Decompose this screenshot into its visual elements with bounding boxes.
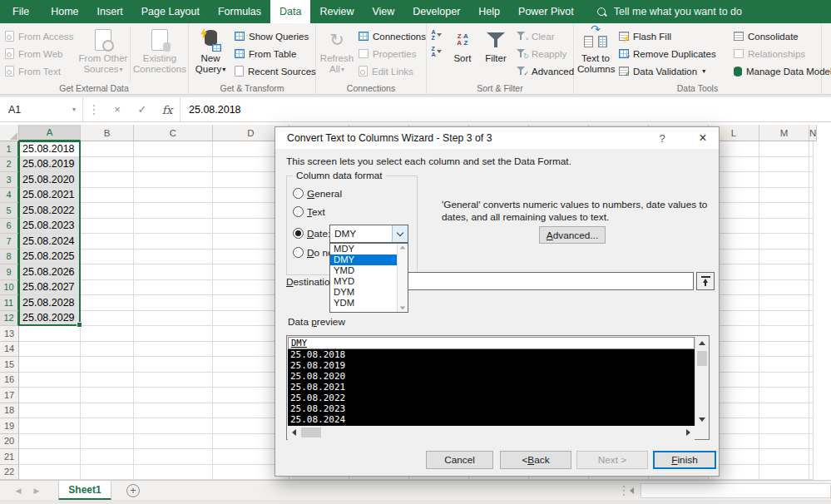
- cell-N11[interactable]: [809, 295, 814, 311]
- row-header-22[interactable]: 22: [0, 465, 19, 481]
- tab-page-layout[interactable]: Page Layout: [132, 0, 209, 23]
- enter-entry-icon[interactable]: ✓: [130, 97, 155, 121]
- cell-N13[interactable]: [809, 326, 814, 342]
- cell-M16[interactable]: [759, 373, 809, 388]
- cell-N10[interactable]: [809, 280, 814, 296]
- cell-M21[interactable]: [759, 449, 809, 465]
- cell-N14[interactable]: [809, 342, 814, 358]
- cell-B4[interactable]: [81, 188, 134, 204]
- cell-M19[interactable]: [759, 418, 809, 434]
- cell-B12[interactable]: [81, 311, 134, 327]
- row-header-7[interactable]: 7: [0, 234, 19, 250]
- cell-B1[interactable]: [81, 141, 134, 157]
- col-header-B[interactable]: B: [81, 125, 134, 141]
- connections-button[interactable]: Connections: [355, 27, 429, 45]
- scroll-up-icon[interactable]: [699, 341, 705, 345]
- tab-formulas[interactable]: Formulas: [209, 0, 270, 23]
- tab-help[interactable]: Help: [469, 0, 509, 23]
- cell-C4[interactable]: [134, 188, 213, 204]
- cell-B16[interactable]: [81, 373, 134, 388]
- row-header-2[interactable]: 2: [0, 157, 19, 173]
- advanced-button[interactable]: Advanced...: [539, 226, 606, 244]
- cell-A10[interactable]: 25.08.2027: [19, 280, 81, 296]
- row-header-5[interactable]: 5: [0, 203, 19, 219]
- cell-A13[interactable]: [19, 326, 81, 342]
- cell-B22[interactable]: [81, 465, 134, 481]
- cell-C21[interactable]: [134, 449, 213, 465]
- cell-M18[interactable]: [759, 403, 809, 419]
- finish-button[interactable]: Finish: [653, 451, 716, 469]
- advanced-filter-button[interactable]: ✓ Advanced: [513, 62, 577, 80]
- cell-N15[interactable]: [809, 357, 814, 373]
- cell-M8[interactable]: [759, 250, 809, 265]
- tab-power-pivot[interactable]: Power Pivot: [509, 0, 583, 23]
- combobox-dropdown-button[interactable]: [392, 225, 408, 242]
- cell-B8[interactable]: [81, 250, 134, 265]
- dropdown-scrollbar[interactable]: [397, 244, 408, 312]
- cell-B18[interactable]: [81, 403, 134, 419]
- select-all-corner[interactable]: [0, 125, 19, 141]
- row-header-3[interactable]: 3: [0, 172, 19, 188]
- new-query-button[interactable]: New Query▾: [191, 26, 230, 75]
- preview-vertical-scrollbar[interactable]: [695, 337, 708, 426]
- cell-B13[interactable]: [81, 326, 134, 342]
- preview-column-header[interactable]: DMY: [288, 337, 695, 349]
- row-header-14[interactable]: 14: [0, 342, 19, 358]
- back-button[interactable]: < Back: [500, 451, 571, 469]
- cell-A9[interactable]: 25.08.2026: [19, 264, 81, 280]
- cell-M13[interactable]: [759, 326, 809, 342]
- row-header-19[interactable]: 19: [0, 418, 19, 434]
- scroll-left-icon[interactable]: [292, 429, 296, 436]
- row-header-18[interactable]: 18: [0, 403, 19, 419]
- row-header-12[interactable]: 12: [0, 311, 19, 327]
- dialog-help-button[interactable]: ?: [651, 127, 673, 149]
- cell-C14[interactable]: [134, 342, 213, 358]
- cell-B9[interactable]: [81, 264, 134, 280]
- cell-N9[interactable]: [809, 264, 814, 280]
- cell-M4[interactable]: [759, 188, 809, 204]
- cell-N12[interactable]: [809, 311, 814, 327]
- text-to-columns-button[interactable]: ↷ Text to Columns: [577, 26, 614, 75]
- cell-M11[interactable]: [759, 295, 809, 311]
- cell-A8[interactable]: 25.08.2025: [19, 250, 81, 265]
- date-format-combobox[interactable]: DMY: [329, 225, 408, 243]
- cell-N6[interactable]: [809, 219, 814, 235]
- cell-B6[interactable]: [81, 219, 134, 235]
- cell-M17[interactable]: [759, 388, 809, 403]
- tab-developer[interactable]: Developer: [403, 0, 469, 23]
- cell-A5[interactable]: 25.08.2022: [19, 203, 81, 219]
- cell-M10[interactable]: [759, 280, 809, 296]
- sort-ascending-button[interactable]: AZ: [429, 27, 443, 42]
- data-validation-button[interactable]: ✓ Data Validation ▾: [616, 62, 720, 80]
- cell-C11[interactable]: [134, 295, 213, 311]
- cell-M7[interactable]: [759, 234, 809, 250]
- cell-B14[interactable]: [81, 342, 134, 358]
- tab-home[interactable]: Home: [42, 0, 87, 23]
- recent-sources-button[interactable]: Recent Sources: [231, 62, 319, 80]
- cell-N4[interactable]: [809, 188, 814, 204]
- dialog-close-icon[interactable]: ×: [690, 127, 716, 149]
- flash-fill-button[interactable]: ⚡ Flash Fill: [616, 27, 720, 45]
- cell-B11[interactable]: [81, 295, 134, 311]
- row-header-6[interactable]: 6: [0, 219, 19, 235]
- tab-file[interactable]: File: [0, 0, 42, 23]
- scroll-up-icon[interactable]: [400, 246, 405, 250]
- cell-C13[interactable]: [134, 326, 213, 342]
- cell-A2[interactable]: 25.08.2019: [19, 157, 81, 173]
- cell-N7[interactable]: [809, 234, 814, 250]
- cell-A15[interactable]: [19, 357, 81, 373]
- cell-N17[interactable]: [809, 388, 814, 403]
- cell-N8[interactable]: [809, 250, 814, 265]
- row-header-17[interactable]: 17: [0, 388, 19, 403]
- cell-B15[interactable]: [81, 357, 134, 373]
- cell-C20[interactable]: [134, 434, 213, 450]
- cell-M2[interactable]: [759, 157, 809, 173]
- row-header-4[interactable]: 4: [0, 188, 19, 204]
- cell-B21[interactable]: [81, 449, 134, 465]
- cell-C16[interactable]: [134, 373, 213, 388]
- row-header-16[interactable]: 16: [0, 373, 19, 388]
- formula-input[interactable]: 25.08.2018: [180, 97, 831, 121]
- cell-A1[interactable]: 25.08.2018: [19, 141, 81, 157]
- tell-me-search[interactable]: Tell me what you want to do: [596, 0, 742, 23]
- row-header-11[interactable]: 11: [0, 295, 19, 311]
